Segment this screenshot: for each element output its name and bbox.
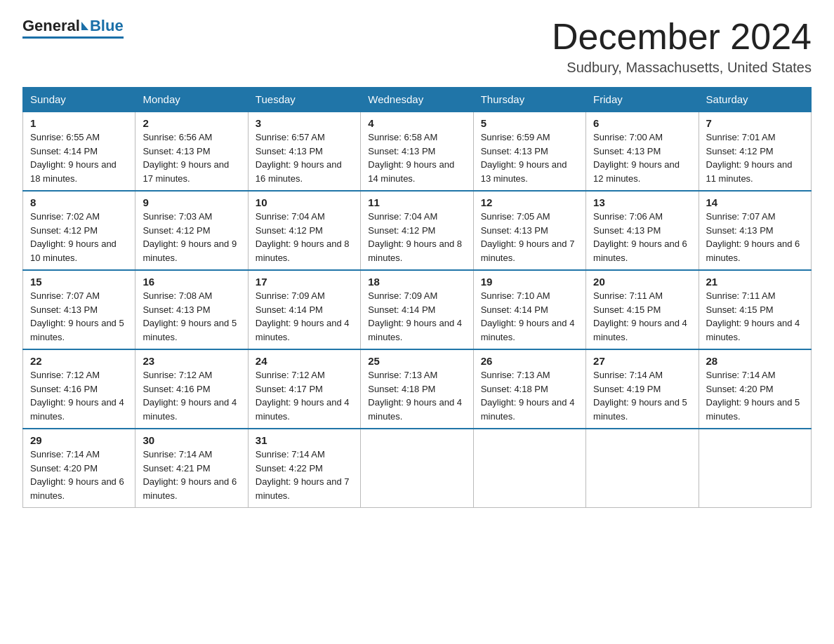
day-sunset: Sunset: 4:13 PM — [593, 146, 661, 156]
calendar-day-cell: 24 Sunrise: 7:12 AM Sunset: 4:17 PM Dayl… — [248, 349, 360, 429]
day-number: 18 — [368, 276, 465, 288]
day-sunrise: Sunrise: 7:14 AM — [30, 449, 100, 459]
calendar-header-row: Sunday Monday Tuesday Wednesday Thursday… — [23, 88, 812, 112]
day-number: 9 — [143, 196, 240, 208]
calendar-day-cell: 5 Sunrise: 6:59 AM Sunset: 4:13 PM Dayli… — [473, 112, 585, 191]
day-daylight: Daylight: 9 hours and 4 minutes. — [706, 318, 800, 342]
day-sunrise: Sunrise: 7:09 AM — [368, 290, 437, 301]
day-daylight: Daylight: 9 hours and 4 minutes. — [368, 397, 462, 422]
calendar-day-cell: 26 Sunrise: 7:13 AM Sunset: 4:18 PM Dayl… — [473, 349, 585, 429]
day-number: 24 — [256, 355, 353, 367]
calendar-week-row: 8 Sunrise: 7:02 AM Sunset: 4:12 PM Dayli… — [23, 191, 812, 270]
day-number: 5 — [481, 117, 578, 129]
calendar-day-cell: 17 Sunrise: 7:09 AM Sunset: 4:14 PM Dayl… — [248, 270, 360, 349]
day-number: 4 — [368, 117, 465, 129]
day-number: 19 — [481, 276, 578, 288]
day-daylight: Daylight: 9 hours and 5 minutes. — [593, 397, 687, 422]
day-daylight: Daylight: 9 hours and 5 minutes. — [143, 318, 237, 342]
day-number: 20 — [593, 276, 691, 288]
day-sunrise: Sunrise: 6:59 AM — [481, 132, 550, 142]
col-saturday: Saturday — [699, 88, 811, 112]
day-sunset: Sunset: 4:13 PM — [593, 225, 661, 236]
day-sunrise: Sunrise: 7:14 AM — [593, 370, 663, 380]
day-daylight: Daylight: 9 hours and 8 minutes. — [368, 239, 462, 263]
day-sunrise: Sunrise: 7:05 AM — [481, 211, 550, 222]
day-daylight: Daylight: 9 hours and 4 minutes. — [256, 318, 350, 342]
day-sunrise: Sunrise: 7:13 AM — [481, 370, 550, 380]
day-daylight: Daylight: 9 hours and 6 minutes. — [30, 476, 124, 501]
day-daylight: Daylight: 9 hours and 5 minutes. — [30, 318, 124, 342]
day-number: 12 — [481, 196, 578, 208]
day-sunset: Sunset: 4:19 PM — [593, 384, 661, 394]
day-daylight: Daylight: 9 hours and 4 minutes. — [593, 318, 687, 342]
day-daylight: Daylight: 9 hours and 6 minutes. — [706, 239, 800, 263]
day-sunrise: Sunrise: 7:11 AM — [593, 290, 663, 301]
calendar-day-cell: 19 Sunrise: 7:10 AM Sunset: 4:14 PM Dayl… — [473, 270, 585, 349]
calendar-day-cell: 16 Sunrise: 7:08 AM Sunset: 4:13 PM Dayl… — [135, 270, 248, 349]
calendar-day-cell — [473, 429, 585, 508]
day-daylight: Daylight: 9 hours and 18 minutes. — [30, 159, 117, 184]
location-subtitle: Sudbury, Massachusetts, United States — [552, 60, 812, 76]
calendar-day-cell: 13 Sunrise: 7:06 AM Sunset: 4:13 PM Dayl… — [586, 191, 699, 270]
day-number: 11 — [368, 196, 465, 208]
day-number: 16 — [143, 276, 240, 288]
calendar-day-cell: 6 Sunrise: 7:00 AM Sunset: 4:13 PM Dayli… — [586, 112, 699, 191]
day-sunrise: Sunrise: 7:09 AM — [256, 290, 325, 301]
logo-general-text: General — [22, 17, 80, 35]
day-sunset: Sunset: 4:13 PM — [481, 146, 548, 156]
col-tuesday: Tuesday — [248, 88, 360, 112]
day-daylight: Daylight: 9 hours and 7 minutes. — [481, 239, 575, 263]
day-daylight: Daylight: 9 hours and 4 minutes. — [481, 318, 575, 342]
day-sunset: Sunset: 4:14 PM — [256, 304, 323, 315]
day-sunset: Sunset: 4:22 PM — [256, 463, 323, 474]
day-daylight: Daylight: 9 hours and 4 minutes. — [143, 397, 237, 422]
calendar-day-cell: 31 Sunrise: 7:14 AM Sunset: 4:22 PM Dayl… — [248, 429, 360, 508]
day-number: 8 — [30, 196, 128, 208]
calendar-table: Sunday Monday Tuesday Wednesday Thursday… — [22, 87, 812, 508]
day-number: 6 — [593, 117, 691, 129]
calendar-day-cell — [361, 429, 473, 508]
logo-underline — [22, 36, 124, 39]
page-header: General Blue December 2024 Sudbury, Mass… — [22, 17, 812, 76]
day-daylight: Daylight: 9 hours and 11 minutes. — [706, 159, 793, 184]
calendar-day-cell: 22 Sunrise: 7:12 AM Sunset: 4:16 PM Dayl… — [23, 349, 135, 429]
day-sunrise: Sunrise: 7:06 AM — [593, 211, 663, 222]
day-sunset: Sunset: 4:14 PM — [481, 304, 548, 315]
day-sunrise: Sunrise: 7:12 AM — [143, 370, 212, 380]
day-sunrise: Sunrise: 7:14 AM — [143, 449, 212, 459]
day-sunrise: Sunrise: 7:03 AM — [143, 211, 212, 222]
day-sunrise: Sunrise: 7:04 AM — [256, 211, 325, 222]
calendar-day-cell: 25 Sunrise: 7:13 AM Sunset: 4:18 PM Dayl… — [361, 349, 473, 429]
day-sunset: Sunset: 4:13 PM — [368, 146, 435, 156]
calendar-week-row: 1 Sunrise: 6:55 AM Sunset: 4:14 PM Dayli… — [23, 112, 812, 191]
day-number: 17 — [256, 276, 353, 288]
day-sunset: Sunset: 4:13 PM — [143, 146, 210, 156]
day-sunrise: Sunrise: 7:13 AM — [368, 370, 437, 380]
day-sunset: Sunset: 4:17 PM — [256, 384, 323, 394]
day-daylight: Daylight: 9 hours and 14 minutes. — [368, 159, 454, 184]
day-sunrise: Sunrise: 6:56 AM — [143, 132, 212, 142]
day-sunset: Sunset: 4:18 PM — [481, 384, 548, 394]
day-sunset: Sunset: 4:13 PM — [143, 304, 210, 315]
day-number: 26 — [481, 355, 578, 367]
calendar-day-cell: 28 Sunrise: 7:14 AM Sunset: 4:20 PM Dayl… — [699, 349, 811, 429]
day-sunset: Sunset: 4:21 PM — [143, 463, 210, 474]
day-sunset: Sunset: 4:20 PM — [706, 384, 774, 394]
title-block: December 2024 Sudbury, Massachusetts, Un… — [552, 17, 812, 76]
day-sunset: Sunset: 4:14 PM — [368, 304, 435, 315]
day-sunrise: Sunrise: 6:57 AM — [256, 132, 325, 142]
col-sunday: Sunday — [23, 88, 135, 112]
logo: General Blue — [22, 17, 124, 39]
day-sunset: Sunset: 4:20 PM — [30, 463, 98, 474]
calendar-day-cell: 9 Sunrise: 7:03 AM Sunset: 4:12 PM Dayli… — [135, 191, 248, 270]
day-daylight: Daylight: 9 hours and 4 minutes. — [30, 397, 124, 422]
day-sunrise: Sunrise: 7:04 AM — [368, 211, 437, 222]
col-monday: Monday — [135, 88, 248, 112]
day-sunrise: Sunrise: 7:14 AM — [256, 449, 325, 459]
calendar-day-cell — [586, 429, 699, 508]
day-daylight: Daylight: 9 hours and 13 minutes. — [481, 159, 567, 184]
day-sunset: Sunset: 4:12 PM — [368, 225, 435, 236]
day-daylight: Daylight: 9 hours and 5 minutes. — [706, 397, 800, 422]
calendar-day-cell: 15 Sunrise: 7:07 AM Sunset: 4:13 PM Dayl… — [23, 270, 135, 349]
day-number: 13 — [593, 196, 691, 208]
